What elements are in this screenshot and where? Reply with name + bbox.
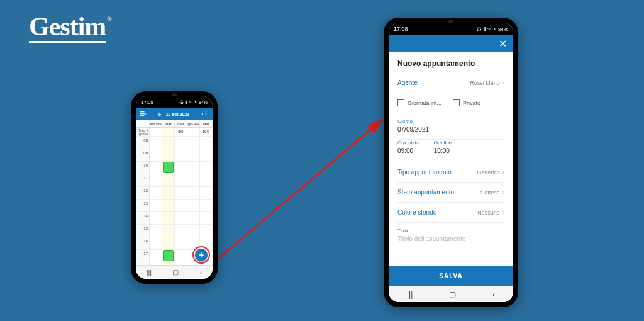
nav-back-icon[interactable]: ‹ xyxy=(200,269,203,276)
start-time-field[interactable]: Ora inizio 09:00 xyxy=(397,140,419,154)
pointer-arrow xyxy=(208,94,390,277)
nav-recents-icon[interactable]: ||| xyxy=(407,290,413,299)
phone-form: 17:08 ⚙ ⇅ ᯤ ▯ 84% ✕ Nuovo appuntamento A… xyxy=(384,18,518,307)
bg-color-row[interactable]: Colore sfondo Nessuno› xyxy=(397,203,504,223)
end-time-field[interactable]: Ora fine 10:00 xyxy=(434,140,452,154)
title-placeholder: Titolo dell'appuntamento xyxy=(397,235,504,242)
appointment-type-row[interactable]: Tipo appuntamento Generico› xyxy=(397,162,504,183)
agent-value: Rossi Mario xyxy=(470,80,500,86)
calendar-date-range[interactable]: 6 – 10 set 2021 xyxy=(147,112,201,116)
day-value: 07/09/2021 xyxy=(397,126,504,133)
agent-label: Agente xyxy=(397,79,418,86)
calendar-event[interactable] xyxy=(163,250,174,261)
status-battery: 84% xyxy=(199,100,208,104)
status-bar: 17:08 ⚙ ⇅ ᯤ ▯ 84% xyxy=(136,96,213,108)
end-time-value: 10:00 xyxy=(434,147,452,154)
prev-week-icon[interactable]: ‹ xyxy=(145,111,147,117)
nav-recents-icon[interactable]: ||| xyxy=(147,269,152,276)
chevron-right-icon: › xyxy=(502,169,504,176)
status-indicators-icon: ⚙ ⇅ ᯤ ▯ xyxy=(179,100,197,104)
day-header[interactable]: mer 8/9 xyxy=(175,120,187,127)
checkbox-row: Giornata int... Privato xyxy=(397,93,504,113)
calendar-grid[interactable]: Tutto il giorno080910111213141516171819 xyxy=(136,128,213,265)
day-field[interactable]: Giorno 07/09/2021 xyxy=(397,113,504,140)
status-indicators-icon: ⚙ ⇅ ᯤ ▯ xyxy=(477,26,496,32)
save-button[interactable]: SALVA xyxy=(389,266,513,286)
agent-row[interactable]: Agente Rossi Mario› xyxy=(397,73,504,93)
calendar-event[interactable] xyxy=(163,162,174,173)
nav-home-icon[interactable]: ▢ xyxy=(172,268,179,276)
checkbox-icon xyxy=(397,99,404,106)
status-time: 17:08 xyxy=(141,99,153,105)
day-header[interactable]: gio 9/9 xyxy=(187,120,200,127)
status-time: 17:08 xyxy=(394,26,408,32)
private-checkbox[interactable]: Privato xyxy=(453,99,480,106)
svg-line-0 xyxy=(211,120,382,264)
status-battery: 84% xyxy=(498,26,508,32)
start-time-value: 09:00 xyxy=(397,147,419,154)
chevron-right-icon: › xyxy=(502,189,504,196)
day-header[interactable]: lun 6/9 xyxy=(150,120,162,127)
form-title: Nuovo appuntamento xyxy=(389,52,513,73)
day-header[interactable]: ven 10/9 xyxy=(200,120,213,127)
title-field[interactable]: Titolo Titolo dell'appuntamento xyxy=(397,223,504,249)
checkbox-icon xyxy=(453,99,460,106)
nav-back-icon[interactable]: ‹ xyxy=(492,290,495,299)
phone-calendar: 17:08 ⚙ ⇅ ᯤ ▯ 84% ☰ ‹ 6 – 10 set 2021 › … xyxy=(131,91,218,284)
calendar-header: ☰ ‹ 6 – 10 set 2021 › ⋮ xyxy=(136,108,213,120)
close-icon[interactable]: ✕ xyxy=(499,38,507,50)
highlight-circle xyxy=(192,246,210,264)
android-nav-bar: ||| ▢ ‹ xyxy=(136,265,213,279)
bgcolor-value: Nessuno xyxy=(477,210,500,216)
type-value: Generico xyxy=(477,169,500,176)
chevron-right-icon: › xyxy=(502,209,504,216)
overflow-icon[interactable]: ⋮ xyxy=(203,111,209,117)
appointment-state-row[interactable]: Stato appuntamento In attesa› xyxy=(397,183,504,203)
nav-home-icon[interactable]: ▢ xyxy=(449,290,456,299)
day-header[interactable]: mar 7/9 xyxy=(162,120,175,127)
state-value: In attesa xyxy=(478,189,500,196)
brand-logo: Gestim® xyxy=(29,11,110,43)
form-topbar: ✕ xyxy=(389,35,513,52)
calendar-day-headers: lun 6/9 mar 7/9 mer 8/9 gio 9/9 ven 10/9 xyxy=(136,120,213,128)
chevron-right-icon: › xyxy=(502,79,504,86)
allday-checkbox[interactable]: Giornata int... xyxy=(397,99,441,106)
menu-icon[interactable]: ☰ xyxy=(140,111,145,117)
android-nav-bar: ||| ▢ ‹ xyxy=(389,286,513,302)
status-bar: 17:08 ⚙ ⇅ ᯤ ▯ 84% xyxy=(389,23,513,35)
